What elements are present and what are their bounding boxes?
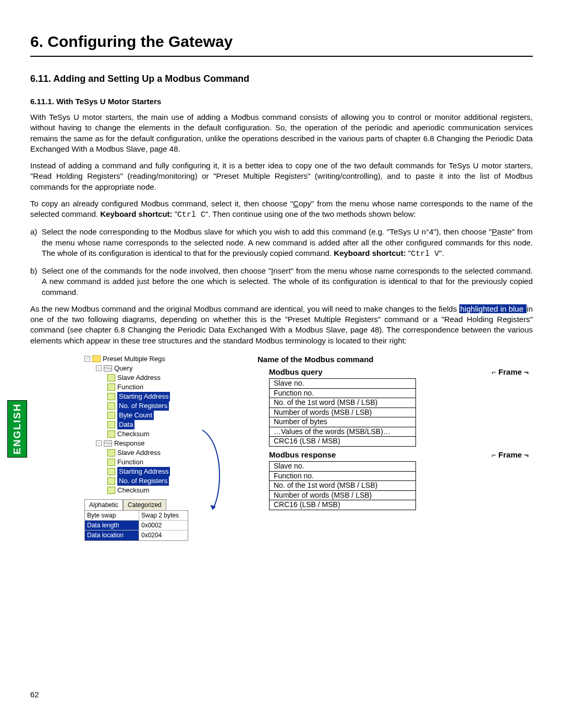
text: " <box>406 249 411 257</box>
paragraph: Instead of adding a command and fully co… <box>30 161 533 192</box>
text: " <box>173 209 178 218</box>
text: As the new Modbus command and the origin… <box>30 304 459 313</box>
text: Select one of the commands for the node … <box>42 266 271 275</box>
list-marker: b) <box>30 266 37 276</box>
tree-node[interactable]: Slave Address <box>84 448 236 458</box>
command-name-label: Name of the Modbus command <box>253 354 533 365</box>
tree-node[interactable]: −Response <box>84 439 236 448</box>
property-row[interactable]: Data location0x0204 <box>85 530 188 540</box>
chapter-title: 6. Configuring the Gateway <box>30 31 533 53</box>
tree-node[interactable]: Starting Address <box>84 392 236 401</box>
frame-bracket: ⌐ Frame ¬ <box>492 367 529 377</box>
bold-label: Keyboard shortcut: <box>334 249 406 257</box>
frame-row: Number of bytes <box>270 417 415 427</box>
property-row[interactable]: Data length0x0002 <box>85 520 188 530</box>
tree-node[interactable]: Slave Address <box>84 373 236 382</box>
frame-descriptions: Name of the Modbus command Modbus query … <box>253 354 533 541</box>
frame-row: CRC16 (LSB / MSB) <box>270 437 415 446</box>
method-list: a) Select the node corresponding to the … <box>30 227 533 298</box>
tree-node[interactable]: −Preset Multiple Regs <box>84 354 236 364</box>
tab-alphabetic[interactable]: Alphabetic <box>84 499 123 510</box>
highlighted-text: highlighted in blue <box>459 304 527 313</box>
tree-node[interactable]: Function <box>84 382 236 392</box>
tab-categorized[interactable]: Categorized <box>123 499 166 510</box>
tree-node[interactable]: No. of Registers <box>84 401 236 411</box>
keyboard-shortcut: Ctrl V <box>411 250 439 258</box>
property-row[interactable]: Byte swapSwap 2 bytes <box>85 511 188 520</box>
paragraph: As the new Modbus command and the origin… <box>30 304 533 346</box>
underline-mnemonic: C <box>293 199 299 208</box>
paragraph: With TeSys U motor starters, the main us… <box>30 112 533 154</box>
list-marker: a) <box>30 227 37 237</box>
response-frame-box: Slave no.Function no.No. of the 1st word… <box>269 461 416 510</box>
paragraph: To copy an already configured Modbus com… <box>30 199 533 221</box>
text: Select the node corresponding to the Mod… <box>42 227 492 236</box>
document-page: ENGLISH 6. Configuring the Gateway 6.11.… <box>0 0 563 728</box>
query-header: Modbus query <box>269 367 323 377</box>
bold-label: Keyboard shortcut: <box>100 209 172 218</box>
page-number: 62 <box>30 689 39 700</box>
tree-view: −Preset Multiple Regs−QuerySlave Address… <box>30 354 236 495</box>
keyboard-shortcut: Ctrl C <box>177 211 205 219</box>
underline-mnemonic: P <box>492 227 497 236</box>
frame-row: Slave no. <box>270 379 415 389</box>
tree-diagram: −Preset Multiple Regs−QuerySlave Address… <box>30 354 533 541</box>
tree-node[interactable]: −Query <box>84 364 236 373</box>
frame-row: No. of the 1st word (MSB / LSB) <box>270 481 415 491</box>
title-rule <box>30 56 533 57</box>
frame-row: CRC16 (LSB / MSB) <box>270 500 415 510</box>
property-grid: Byte swapSwap 2 bytesData length0x0002Da… <box>84 510 188 541</box>
frame-row: Function no. <box>270 389 415 399</box>
tree-node[interactable]: Checksum <box>84 486 236 495</box>
frame-row: No. of the 1st word (MSB / LSB) <box>270 398 415 408</box>
frame-row: …Values of the words (MSB/LSB)… <box>270 427 415 437</box>
list-item: a) Select the node corresponding to the … <box>30 227 533 260</box>
tree-node[interactable]: Function <box>84 458 236 467</box>
text: ". Then continue using one of the two me… <box>205 209 416 218</box>
section-title: 6.11. Adding and Setting Up a Modbus Com… <box>30 72 533 85</box>
list-item: b) Select one of the commands for the no… <box>30 266 533 298</box>
frame-row: Slave no. <box>270 462 415 472</box>
tree-node[interactable]: Starting Address <box>84 467 236 476</box>
response-header: Modbus response <box>269 450 336 460</box>
tree-node[interactable]: No. of Registers <box>84 476 236 486</box>
frame-bracket: ⌐ Frame ¬ <box>492 450 529 460</box>
language-tab: ENGLISH <box>7 400 27 458</box>
subsection-title: 6.11.1. With TeSys U Motor Starters <box>30 96 533 107</box>
text: To copy an already configured Modbus com… <box>30 199 293 208</box>
tree-node[interactable]: Data <box>84 420 236 429</box>
frame-row: Number of words (MSB / LSB) <box>270 408 415 418</box>
query-frame-box: Slave no.Function no.No. of the 1st word… <box>269 378 416 447</box>
frame-row: Function no. <box>270 472 415 482</box>
frame-row: Number of words (MSB / LSB) <box>270 491 415 501</box>
text: ". <box>439 249 444 257</box>
tree-node[interactable]: Byte Count <box>84 411 236 420</box>
property-tabs: Alphabetic Categorized <box>84 499 236 510</box>
tree-node[interactable]: Checksum <box>84 429 236 439</box>
